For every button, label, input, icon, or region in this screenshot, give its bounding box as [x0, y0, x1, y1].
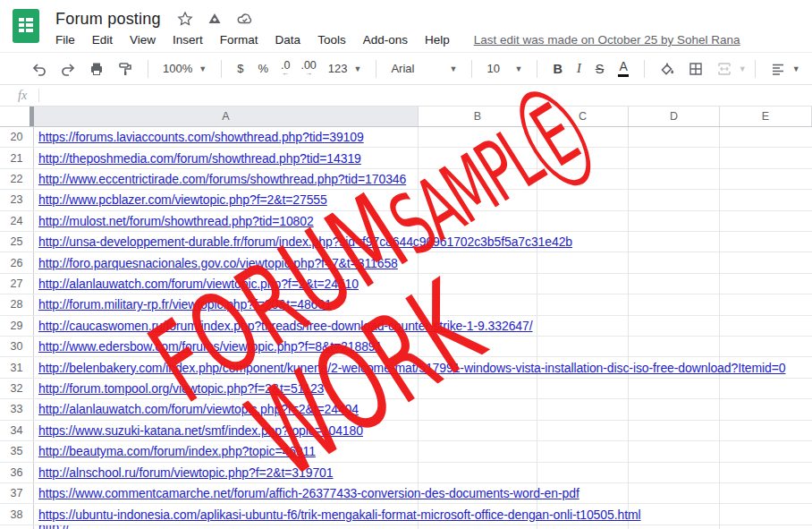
url-cell[interactable]: http://www.eccentrictirade.com/forums/sh… [34, 169, 406, 189]
url-cell[interactable]: http://mulost.net/forum/showthread.php?t… [34, 211, 314, 231]
arrow-left-icon: ← [282, 70, 289, 77]
toolbar-separator [376, 60, 376, 78]
url-cell[interactable]: http://alanlauwatch.com/forum/viewtopic.… [34, 274, 359, 294]
decrease-decimal-button[interactable]: .0 ← [281, 60, 290, 78]
url-cell[interactable]: http://www.pcblazer.com/viewtopic.php?f=… [34, 190, 327, 209]
row-number[interactable] [0, 525, 34, 529]
row-number[interactable]: 20 [0, 127, 34, 147]
table-row: http:// [0, 525, 812, 529]
row-number[interactable]: 26 [0, 252, 34, 272]
strikethrough-button[interactable]: S [596, 62, 605, 76]
font-size-select[interactable]: 10 ▼ [486, 62, 522, 75]
chevron-down-icon: ▼ [199, 64, 207, 73]
row-number[interactable]: 25 [0, 232, 34, 252]
row-number[interactable]: 32 [0, 379, 34, 398]
last-edit-link[interactable]: Last edit was made on October 25 by Sohe… [474, 33, 740, 47]
row-number[interactable]: 38 [0, 504, 34, 524]
column-header-b[interactable]: B [419, 107, 537, 126]
column-header-a[interactable]: A [34, 107, 419, 126]
menu-file[interactable]: File [55, 33, 75, 47]
merge-cells-icon [716, 61, 732, 77]
star-icon[interactable] [177, 11, 193, 27]
select-all-corner[interactable] [0, 107, 34, 126]
zoom-select[interactable]: 100% ▼ [163, 62, 207, 75]
url-cell[interactable]: http://beautyma.com/forum/index.php?topi… [34, 441, 316, 461]
bold-button[interactable]: B [553, 62, 562, 76]
row-number[interactable]: 37 [0, 483, 34, 503]
url-cell[interactable]: http://caucaswomen.ru/forum/index.php?th… [34, 316, 533, 336]
row-number[interactable]: 30 [0, 337, 34, 356]
increase-decimal-button[interactable]: .00 → [300, 60, 316, 78]
menu-view[interactable]: View [130, 33, 156, 47]
move-to-drive-icon[interactable] [207, 11, 223, 27]
url-cell[interactable]: http://belenbakery.com/index.php/compone… [34, 357, 785, 377]
menu-data[interactable]: Data [275, 33, 301, 47]
table-row: 20https://forums.laviaccounts.com/showth… [0, 127, 812, 148]
chevron-down-icon: ▼ [354, 64, 362, 73]
url-cell[interactable]: https://www.suzuki-katana.net/smf/index.… [34, 421, 363, 440]
sheets-logo-icon[interactable] [13, 9, 39, 43]
italic-button[interactable]: I [577, 61, 581, 76]
menu-tools[interactable]: Tools [317, 33, 346, 47]
font-name: Arial [391, 62, 414, 75]
row-number[interactable]: 23 [0, 190, 34, 209]
url-cell[interactable]: http://unsa-developpement-durable.fr/for… [34, 232, 572, 252]
print-icon[interactable] [89, 61, 105, 77]
chevron-down-icon: ▼ [792, 64, 800, 73]
paint-format-icon[interactable] [117, 61, 133, 77]
table-row: 35http://beautyma.com/forum/index.php?to… [0, 441, 812, 462]
url-cell[interactable]: http://forum.military-rp.fr/viewtopic.ph… [34, 294, 332, 314]
doc-title[interactable]: Forum posting [55, 10, 161, 29]
menu-format[interactable]: Format [220, 33, 258, 47]
fill-color-icon[interactable] [659, 61, 675, 77]
row-number[interactable]: 34 [0, 421, 34, 440]
row-number[interactable]: 28 [0, 294, 34, 314]
url-cell[interactable]: https://forums.laviaccounts.com/showthre… [34, 127, 364, 147]
borders-icon[interactable] [688, 61, 704, 77]
url-cell[interactable]: http://alanlauwatch.com/forum/viewtopic.… [34, 399, 359, 419]
url-cell[interactable]: http://theposhmedia.com/forum/showthread… [34, 148, 361, 167]
formula-input[interactable] [48, 85, 812, 106]
toolbar-separator [755, 60, 756, 78]
url-cell[interactable]: https://ubuntu-indonesia.com/aplikasi-ub… [34, 504, 641, 524]
sheet-grid: 20https://forums.laviaccounts.com/showth… [0, 127, 812, 529]
row-number[interactable]: 33 [0, 399, 34, 419]
column-header-d[interactable]: D [629, 107, 720, 126]
row-number[interactable]: 35 [0, 441, 34, 461]
gridline-vertical [628, 127, 629, 529]
row-number[interactable]: 21 [0, 148, 34, 167]
more-formats-button[interactable]: 123 ▼ [328, 62, 362, 75]
url-cell[interactable]: https://www.commentcamarche.net/forum/af… [34, 483, 579, 503]
undo-icon[interactable] [31, 61, 47, 77]
table-row: 23http://www.pcblazer.com/viewtopic.php?… [0, 190, 812, 210]
horizontal-align-button[interactable]: ▼ [770, 61, 800, 77]
menu-edit[interactable]: Edit [92, 33, 113, 47]
percent-format-button[interactable]: % [258, 62, 268, 75]
url-cell[interactable]: http:// [34, 525, 69, 529]
currency-format-button[interactable]: $ [237, 62, 243, 75]
row-number[interactable]: 27 [0, 274, 34, 294]
table-row: 34https://www.suzuki-katana.net/smf/inde… [0, 421, 812, 441]
text-color-button[interactable]: A [618, 60, 628, 76]
font-select[interactable]: Arial ▼ [391, 62, 457, 75]
url-cell[interactable]: http://forum.tompool.org/viewtopic.php?f… [34, 379, 324, 398]
table-row: 37https://www.commentcamarche.net/forum/… [0, 483, 812, 504]
menu-addons[interactable]: Add-ons [363, 33, 408, 47]
menu-help[interactable]: Help [425, 33, 450, 47]
url-cell[interactable]: http://alnschool.ru/forum/viewtopic.php?… [34, 463, 333, 482]
gridline-vertical [537, 127, 537, 529]
url-cell[interactable]: http://foro.parquesnacionales.gov.co/vie… [34, 252, 398, 272]
row-number[interactable]: 29 [0, 316, 34, 336]
row-number[interactable]: 36 [0, 463, 34, 482]
table-row: 32http://forum.tompool.org/viewtopic.php… [0, 379, 812, 399]
row-number[interactable]: 24 [0, 211, 34, 231]
row-number[interactable]: 31 [0, 357, 34, 377]
cloud-saved-icon[interactable] [236, 11, 254, 27]
column-header-e[interactable]: E [720, 107, 812, 126]
column-header-c[interactable]: C [537, 107, 629, 126]
menu-insert[interactable]: Insert [173, 33, 203, 47]
url-cell[interactable]: http://www.edersbow.com/forums/viewtopic… [34, 337, 382, 356]
redo-icon[interactable] [60, 61, 76, 77]
row-number[interactable]: 22 [0, 169, 34, 189]
toolbar-separator [148, 60, 148, 78]
